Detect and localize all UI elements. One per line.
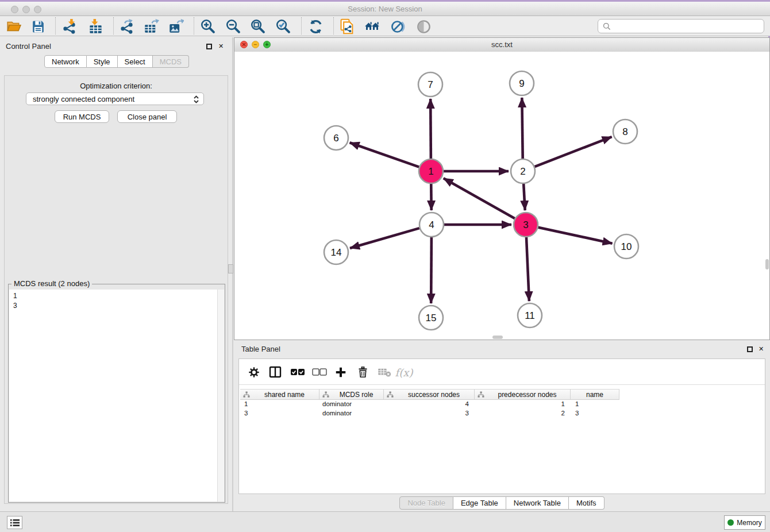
graph-edge-3-10[interactable] bbox=[538, 228, 612, 244]
close-panel-icon[interactable]: ✕ bbox=[217, 43, 225, 50]
deselect-checkboxes-icon[interactable] bbox=[312, 365, 327, 380]
add-column-icon[interactable] bbox=[333, 365, 348, 380]
network-window: ✕ − + scc.txt 7968124314101511 bbox=[234, 37, 770, 340]
delete-column-icon[interactable] bbox=[355, 365, 370, 380]
export-image-icon[interactable] bbox=[168, 18, 184, 34]
graph-edge-2-8[interactable] bbox=[535, 137, 612, 167]
node-table-container: f(x) shared name MCDS role successor nod… bbox=[238, 358, 765, 494]
graph-node-label-8: 8 bbox=[622, 126, 627, 137]
graph-node-label-10: 10 bbox=[621, 241, 632, 252]
tab-motifs[interactable]: Motifs bbox=[569, 496, 605, 510]
graph-node-label-11: 11 bbox=[525, 310, 535, 321]
graph-edge-2-9[interactable] bbox=[522, 98, 522, 159]
table-cell[interactable]: 2 bbox=[475, 409, 571, 418]
zoom-fit-icon[interactable] bbox=[250, 18, 266, 34]
import-table-icon[interactable] bbox=[87, 18, 103, 34]
delete-table-icon-disabled bbox=[377, 365, 392, 380]
float-panel-icon[interactable] bbox=[206, 43, 214, 50]
toolbar-separator bbox=[301, 17, 302, 34]
network-window-titlebar[interactable]: ✕ − + scc.txt bbox=[234, 38, 769, 52]
control-panel-title: Control Panel bbox=[6, 42, 51, 51]
table-header-row: shared name MCDS role successor nodes pr… bbox=[240, 389, 619, 400]
app-titlebar: Session: New Session bbox=[0, 2, 770, 16]
tab-select[interactable]: Select bbox=[118, 55, 153, 68]
column-header-name[interactable]: name bbox=[571, 389, 619, 400]
table-cell[interactable]: 1 bbox=[240, 400, 319, 409]
column-header-shared-name[interactable]: shared name bbox=[240, 389, 319, 400]
open-folder-icon[interactable] bbox=[6, 18, 22, 34]
graph-edge-1-7[interactable] bbox=[430, 99, 431, 159]
network-graph[interactable]: 7968124314101511 bbox=[234, 52, 769, 340]
column-header-predecessor-nodes[interactable]: predecessor nodes bbox=[475, 389, 571, 400]
result-scrollbar[interactable] bbox=[217, 290, 224, 502]
run-mcds-button[interactable]: Run MCDS bbox=[55, 110, 109, 123]
clone-network-icon[interactable] bbox=[339, 18, 355, 34]
task-history-button[interactable] bbox=[7, 516, 22, 529]
hide-style-icon[interactable] bbox=[390, 18, 406, 34]
split-columns-icon[interactable] bbox=[268, 365, 283, 380]
memory-button[interactable]: Memory bbox=[724, 515, 765, 530]
graph-edge-4-14[interactable] bbox=[350, 228, 419, 248]
table-cell[interactable]: 4 bbox=[384, 400, 475, 409]
table-float-icon[interactable] bbox=[747, 345, 754, 353]
save-session-icon[interactable] bbox=[30, 18, 46, 34]
zoom-out-icon[interactable] bbox=[225, 18, 241, 34]
gear-icon[interactable] bbox=[247, 365, 261, 380]
export-table-icon[interactable] bbox=[143, 18, 159, 34]
status-bar: Memory bbox=[0, 511, 770, 532]
mcds-result-text: 1 3 bbox=[9, 290, 224, 502]
graph-edge-4-15[interactable] bbox=[431, 237, 432, 303]
tab-edge-table[interactable]: Edge Table bbox=[453, 496, 506, 510]
graph-edge-3-1[interactable] bbox=[444, 178, 515, 218]
zoom-in-icon[interactable] bbox=[200, 18, 216, 34]
search-input[interactable] bbox=[614, 22, 764, 31]
table-cell[interactable]: dominator bbox=[319, 400, 384, 409]
table-cell[interactable]: 1 bbox=[571, 400, 619, 409]
table-panel-title: Table Panel bbox=[241, 345, 280, 353]
tab-mcds[interactable]: MCDS bbox=[153, 55, 189, 68]
tab-network[interactable]: Network bbox=[44, 55, 87, 68]
split-divider-handle[interactable] bbox=[228, 264, 233, 273]
table-toolbar: f(x) bbox=[239, 359, 765, 385]
column-header-mcds-role[interactable]: MCDS role bbox=[319, 389, 384, 400]
app-title: Session: New Session bbox=[0, 5, 770, 13]
graph-node-label-9: 9 bbox=[519, 78, 524, 89]
tab-network-table[interactable]: Network Table bbox=[506, 496, 569, 510]
zoom-selected-icon[interactable] bbox=[275, 18, 291, 34]
graph-edge-1-6[interactable] bbox=[350, 142, 419, 167]
tab-style[interactable]: Style bbox=[87, 55, 118, 68]
criterion-select[interactable]: strongly connected component bbox=[26, 92, 204, 105]
refresh-icon[interactable] bbox=[307, 18, 324, 34]
table-tabs: Node Table Edge Table Network Table Moti… bbox=[234, 496, 770, 510]
home-networks-icon[interactable] bbox=[364, 18, 380, 34]
table-cell[interactable]: 3 bbox=[384, 409, 475, 418]
tab-node-table[interactable]: Node Table bbox=[399, 496, 453, 510]
split-divider[interactable] bbox=[232, 37, 233, 511]
hierarchy-icon bbox=[387, 391, 394, 398]
mcds-result-box: MCDS result (2 nodes) 1 3 bbox=[8, 284, 225, 503]
table-cell[interactable]: 3 bbox=[240, 409, 319, 418]
graph-edge-2-3[interactable] bbox=[523, 184, 525, 210]
table-close-icon[interactable]: ✕ bbox=[757, 345, 765, 353]
table-cell[interactable]: dominator bbox=[319, 409, 384, 418]
import-network-icon[interactable] bbox=[61, 18, 77, 34]
select-all-checkboxes-icon[interactable] bbox=[290, 365, 305, 380]
graph-node-label-2: 2 bbox=[520, 166, 525, 177]
table-row[interactable]: 3dominator323 bbox=[240, 409, 619, 418]
show-eye-icon[interactable] bbox=[415, 18, 432, 34]
network-hscroll-thumb[interactable] bbox=[492, 336, 503, 339]
graph-edge-3-11[interactable] bbox=[526, 237, 529, 301]
column-header-successor-nodes[interactable]: successor nodes bbox=[384, 389, 475, 400]
table-row[interactable]: 1dominator411 bbox=[240, 400, 619, 409]
table-cell[interactable]: 1 bbox=[475, 400, 571, 409]
toolbar-separator bbox=[113, 17, 114, 34]
graph-node-label-15: 15 bbox=[426, 313, 437, 323]
control-panel: Control Panel ✕ Network Style Select MCD… bbox=[0, 37, 232, 511]
search-icon bbox=[602, 22, 611, 31]
network-vscroll-thumb[interactable] bbox=[765, 259, 769, 269]
network-canvas[interactable]: 7968124314101511 bbox=[234, 52, 769, 340]
export-network-icon[interactable] bbox=[118, 18, 134, 34]
search-box[interactable] bbox=[598, 19, 764, 33]
table-cell[interactable]: 3 bbox=[571, 409, 619, 418]
close-panel-button[interactable]: Close panel bbox=[117, 110, 177, 123]
